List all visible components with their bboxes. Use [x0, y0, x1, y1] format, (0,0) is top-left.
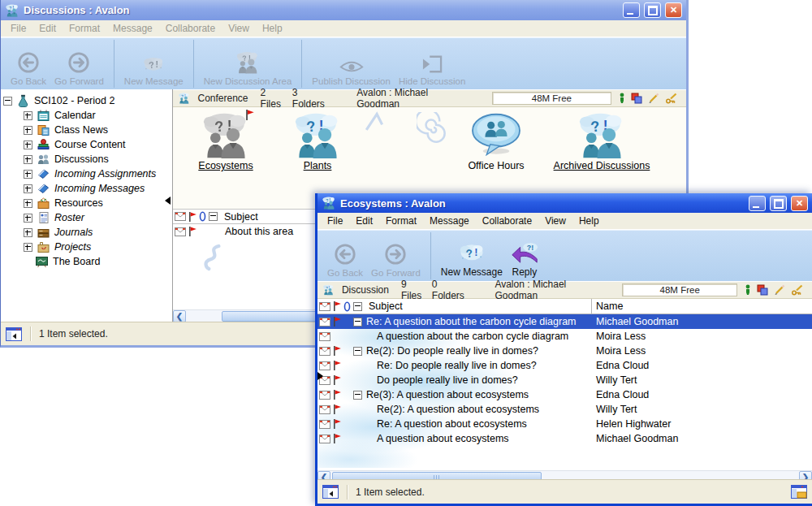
tree-item-calendar[interactable]: Calendar	[1, 108, 172, 123]
squiggle-doodle	[201, 244, 223, 271]
thread-row[interactable]: Re: A question about the carbon cycle di…	[317, 314, 812, 329]
list-header[interactable]: Subject Name	[317, 299, 812, 314]
menu-view[interactable]: View	[222, 23, 256, 34]
maximize-button[interactable]	[644, 2, 661, 18]
menu-collaborate[interactable]: Collaborate	[476, 215, 538, 227]
close-button[interactable]	[665, 2, 682, 18]
tree-item-the-board[interactable]: The Board	[1, 254, 172, 269]
tree-root-sci102[interactable]: SCI102 - Period 2	[1, 93, 172, 108]
view-options-icon[interactable]	[791, 485, 807, 499]
tree-item-discussions[interactable]: Discussions	[1, 152, 172, 167]
course-tree-pane: SCI102 - Period 2 Calendar Class News Co…	[1, 89, 173, 322]
tree-item-projects[interactable]: Projects	[1, 240, 172, 254]
menu-help[interactable]: Help	[572, 215, 606, 227]
shortcut-ecosystems[interactable]: Ecosystems	[173, 112, 279, 171]
new-message-button[interactable]: New Message	[124, 55, 184, 86]
expand-box[interactable]	[24, 184, 32, 193]
minimize-button[interactable]	[623, 2, 640, 18]
tree-item-incoming-assignments[interactable]: Incoming Assignments	[1, 167, 172, 181]
publish-discussion-button[interactable]: Publish Discussion	[312, 60, 391, 86]
toggle-pane-icon[interactable]	[6, 327, 22, 341]
presence-icon[interactable]	[619, 93, 625, 104]
toggle-pane-icon[interactable]	[322, 485, 339, 499]
publish-discussion-label: Publish Discussion	[312, 76, 391, 86]
expand-box[interactable]	[24, 126, 32, 135]
collapse-box[interactable]	[353, 347, 362, 356]
go-forward-button[interactable]: Go Forward	[54, 51, 104, 86]
titlebar[interactable]: Ecosystems : Avalon	[317, 193, 812, 213]
shortcut-office-hours[interactable]: Office Hours	[443, 112, 549, 171]
tree-item-resources[interactable]: Resources	[1, 196, 172, 210]
book-icon	[37, 182, 50, 195]
menu-message[interactable]: Message	[423, 215, 476, 227]
collapse-all-box[interactable]	[209, 212, 218, 221]
layers-icon[interactable]	[757, 284, 768, 296]
collapse-box[interactable]	[353, 391, 362, 400]
column-divider[interactable]	[591, 299, 592, 314]
close-button[interactable]	[791, 196, 808, 211]
collapse-box[interactable]	[3, 97, 12, 106]
expand-box[interactable]	[24, 199, 32, 208]
titlebar[interactable]: Discussions : Avalon	[1, 0, 686, 20]
maximize-button[interactable]	[770, 196, 787, 211]
thread-row[interactable]: Re(2): A question about ecosystems Willy…	[317, 402, 812, 417]
permissions-pencil-key-icon[interactable]	[791, 284, 804, 296]
presence-icon[interactable]	[745, 284, 751, 296]
go-back-button[interactable]: Go Back	[11, 51, 46, 86]
thread-row[interactable]: Re(2): Do people really live in domes? M…	[317, 344, 812, 358]
expand-box[interactable]	[24, 141, 32, 149]
menu-collaborate[interactable]: Collaborate	[159, 23, 222, 34]
minimize-button[interactable]	[749, 196, 766, 211]
menu-format[interactable]: Format	[379, 215, 423, 227]
hide-discussion-button[interactable]: Hide Discussion	[399, 54, 465, 86]
menu-format[interactable]: Format	[63, 23, 106, 34]
thread-row[interactable]: A question about ecosystems Michael Good…	[317, 431, 812, 446]
flag-icon	[333, 361, 341, 370]
expand-box[interactable]	[24, 214, 32, 223]
tree-item-roster[interactable]: Roster	[1, 210, 172, 225]
thread-row[interactable]: Re(3): A question about ecosystems Edna …	[317, 387, 812, 402]
go-back-button[interactable]: Go Back	[327, 243, 363, 278]
menu-edit[interactable]: Edit	[32, 23, 63, 34]
pane-splitter-arrow[interactable]	[165, 197, 171, 205]
collapse-box[interactable]	[353, 318, 362, 327]
calendar-icon	[37, 109, 50, 122]
tree-item-journals[interactable]: Journals	[1, 225, 172, 240]
expand-box[interactable]	[24, 228, 32, 237]
shortcut-archived-discussions[interactable]: Archived Discussions	[549, 112, 654, 171]
menu-message[interactable]: Message	[106, 23, 159, 34]
expand-box[interactable]	[24, 243, 32, 252]
expand-box[interactable]	[24, 170, 32, 179]
menu-view[interactable]: View	[538, 215, 572, 227]
reply-button[interactable]: Reply	[511, 242, 538, 278]
tree-item-class-news[interactable]: Class News	[1, 123, 172, 137]
thread-row[interactable]: Do people really live in domes? Willy Te…	[317, 373, 812, 387]
news-icon	[37, 123, 50, 136]
menu-file[interactable]: File	[4, 23, 32, 34]
thread-row[interactable]: Re: A question about ecosystems Helen Hi…	[317, 417, 812, 431]
new-message-button[interactable]: New Message	[441, 242, 503, 278]
files-count: 9 Files	[401, 279, 428, 301]
shortcut-plants[interactable]: Plants	[265, 112, 370, 171]
collapse-all-box[interactable]	[353, 302, 362, 311]
status-text: 1 Item selected.	[39, 328, 108, 339]
menu-help[interactable]: Help	[256, 23, 289, 34]
menu-edit[interactable]: Edit	[349, 215, 379, 227]
expand-box[interactable]	[24, 155, 32, 164]
permissions-pencil-key-icon[interactable]	[665, 93, 678, 104]
folders-count: 3 Folders	[292, 87, 331, 110]
tree-item-incoming-messages[interactable]: Incoming Messages	[1, 181, 172, 196]
layers-icon[interactable]	[631, 93, 642, 104]
tree-item-course-content[interactable]: Course Content	[1, 137, 172, 152]
edit-pencil-icon[interactable]	[648, 93, 659, 104]
shortcut-label: Archived Discussions	[554, 160, 650, 171]
scroll-left-button[interactable]: ❮	[173, 310, 186, 322]
thread-row[interactable]: A question about the carbon cycle diagra…	[317, 329, 812, 344]
thread-row[interactable]: Re: Do people really live in domes? Edna…	[317, 358, 812, 373]
expand-box[interactable]	[24, 111, 32, 120]
pane-splitter-arrow[interactable]	[317, 372, 323, 380]
menu-file[interactable]: File	[321, 215, 349, 227]
go-forward-button[interactable]: Go Forward	[371, 243, 421, 278]
edit-pencil-icon[interactable]	[774, 284, 785, 296]
new-discussion-area-button[interactable]: New Discussion Area	[204, 51, 292, 86]
